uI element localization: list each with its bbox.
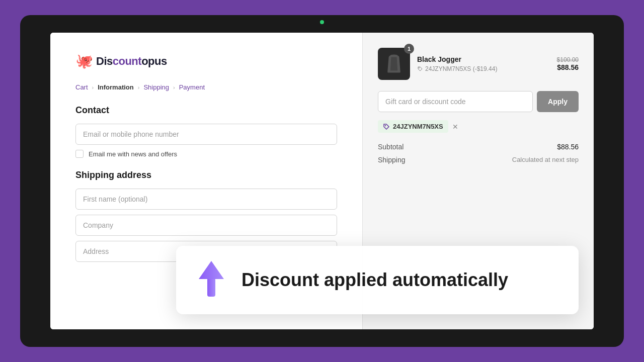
subtotal-label: Subtotal: [378, 143, 404, 151]
shipping-row: Shipping Calculated at next step: [378, 156, 579, 164]
company-field[interactable]: [75, 215, 337, 236]
discount-input-row: Apply: [378, 91, 579, 112]
product-image-wrap: 1: [378, 48, 410, 80]
first-name-field[interactable]: [75, 189, 337, 210]
logo-icon: 🐙: [75, 53, 93, 69]
product-price: $100.00 $88.56: [557, 56, 579, 71]
right-panel: 1 Black Jogger 24JZYNM7N5XS (-$19.44) $1…: [362, 33, 594, 329]
product-image: [378, 48, 410, 80]
shipping-value: Calculated at next step: [512, 156, 579, 164]
breadcrumb-cart[interactable]: Cart: [75, 83, 88, 91]
breadcrumb-sep-3: ›: [173, 84, 175, 90]
shipping-label: Shipping: [378, 156, 406, 164]
breadcrumb-shipping[interactable]: Shipping: [143, 83, 169, 91]
breadcrumb-information[interactable]: Information: [98, 83, 134, 91]
laptop-camera: [320, 20, 324, 24]
left-panel: 🐙 Discountopus Cart › Information › Ship…: [50, 33, 362, 329]
discount-tag-row: 24JZYNM7N5XS ✕: [378, 120, 579, 133]
discount-tag: 24JZYNM7N5XS: [378, 120, 448, 133]
discount-tag-icon: [383, 123, 390, 130]
applied-code: 24JZYNM7N5XS: [393, 123, 443, 130]
discount-remove-btn[interactable]: ✕: [452, 123, 458, 131]
name-row: [75, 189, 337, 210]
logo-text: Discountopus: [96, 55, 167, 68]
apply-button[interactable]: Apply: [537, 91, 579, 112]
svg-point-0: [419, 67, 420, 68]
product-badge: 1: [404, 44, 414, 54]
breadcrumb-payment[interactable]: Payment: [179, 83, 205, 91]
product-variant: 24JZYNM7N5XS (-$19.44): [417, 65, 550, 72]
newsletter-row: Email me with news and offers: [75, 150, 337, 158]
breadcrumb-sep-1: ›: [92, 84, 94, 90]
product-info: Black Jogger 24JZYNM7N5XS (-$19.44): [417, 55, 550, 72]
email-field[interactable]: [75, 124, 337, 145]
discount-code-input[interactable]: [378, 91, 533, 112]
laptop-screen: 🐙 Discountopus Cart › Information › Ship…: [50, 33, 594, 329]
logo: 🐙 Discountopus: [75, 53, 337, 69]
product-name: Black Jogger: [417, 55, 550, 63]
product-row: 1 Black Jogger 24JZYNM7N5XS (-$19.44) $1…: [378, 48, 579, 80]
subtotal-row: Subtotal $88.56: [378, 143, 579, 151]
breadcrumb-sep-2: ›: [138, 84, 140, 90]
subtotal-value: $88.56: [557, 143, 579, 151]
laptop-frame: 🐙 Discountopus Cart › Information › Ship…: [20, 15, 624, 347]
address-field[interactable]: [75, 241, 337, 262]
newsletter-label: Email me with news and offers: [89, 150, 177, 158]
svg-point-1: [385, 125, 386, 126]
shipping-title: Shipping address: [75, 170, 337, 180]
contact-title: Contact: [75, 105, 337, 116]
product-final-price: $88.56: [557, 63, 579, 71]
breadcrumb: Cart › Information › Shipping › Payment: [75, 83, 337, 91]
tag-icon: [417, 66, 423, 72]
newsletter-checkbox[interactable]: [75, 150, 84, 158]
product-original-price: $100.00: [557, 56, 579, 63]
